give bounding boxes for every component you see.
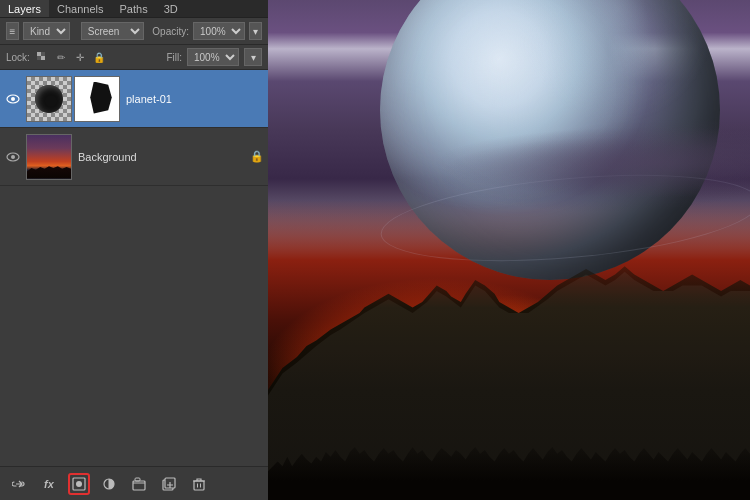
svg-rect-1 [41,56,45,60]
tabs-bar: Layers Channels Paths 3D [0,0,268,18]
visibility-toggle[interactable] [4,148,22,166]
svg-point-7 [11,155,15,159]
filter-kind-select[interactable]: Kind [23,22,70,40]
layer-content-thumb[interactable] [26,76,72,122]
opacity-label: Opacity: [152,26,189,37]
adjustment-layer-btn[interactable] [98,473,120,495]
svg-point-9 [76,481,82,487]
link-layers-btn[interactable] [8,473,30,495]
svg-rect-11 [133,481,145,490]
fill-label: Fill: [166,52,182,63]
svg-rect-0 [37,52,41,56]
delete-layer-btn[interactable] [188,473,210,495]
lock-pixels-btn[interactable]: ✏ [54,50,68,64]
layer-mask-thumb[interactable] [74,76,120,122]
new-layer-btn[interactable] [158,473,180,495]
bottom-toolbar: fx [0,466,268,500]
layer-item[interactable]: Background 🔒 [0,128,268,186]
layer-thumbnails [26,76,120,122]
lock-transparent-btn[interactable] [35,50,49,64]
tab-layers[interactable]: Layers [0,0,49,17]
svg-point-5 [11,97,15,101]
visibility-toggle[interactable] [4,90,22,108]
layer-name: planet-01 [126,93,264,105]
group-layers-btn[interactable] [128,473,150,495]
svg-rect-15 [194,481,204,490]
lock-position-btn[interactable]: ✛ [73,50,87,64]
svg-rect-12 [135,478,140,481]
tab-3d[interactable]: 3D [156,0,186,17]
add-mask-btn[interactable] [68,473,90,495]
fill-select[interactable]: 100% 75% 50% [187,48,239,66]
layer-thumbnails [26,134,72,180]
lock-label: Lock: [6,52,30,63]
layer-item[interactable]: planet-01 [0,70,268,128]
main-canvas [268,0,750,500]
canvas-area [268,0,750,500]
blend-row: ≡ Kind Screen Normal Multiply Overlay Op… [0,18,268,45]
layers-panel: Layers Channels Paths 3D ≡ Kind Screen N… [0,0,268,500]
scene-clouds [268,100,750,225]
layer-content-thumb[interactable] [26,134,72,180]
opacity-options-btn[interactable]: ▾ [249,22,262,40]
tab-channels[interactable]: Channels [49,0,111,17]
opacity-select[interactable]: 100% 75% 50% 25% [193,22,245,40]
tab-paths[interactable]: Paths [112,0,156,17]
lock-row: Lock: ✏ ✛ 🔒 Fill: 100% 75% 50% ▾ [0,45,268,70]
filter-type-btn[interactable]: ≡ [6,22,19,40]
blend-mode-select[interactable]: Screen Normal Multiply Overlay [81,22,145,40]
svg-rect-3 [41,52,45,56]
layer-effects-btn[interactable]: fx [38,473,60,495]
scene-terrain [268,225,750,500]
lock-all-btn[interactable]: 🔒 [92,50,106,64]
layer-lock-icon: 🔒 [250,150,264,163]
svg-rect-2 [37,56,41,60]
layers-list: planet-01 Background 🔒 [0,70,268,466]
layer-name: Background [78,151,250,163]
fill-options-btn[interactable]: ▾ [244,48,262,66]
